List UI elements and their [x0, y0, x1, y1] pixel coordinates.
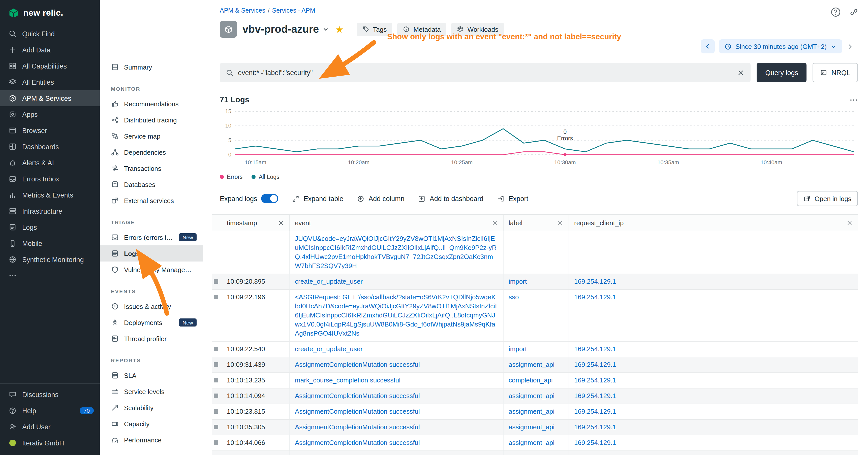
more-options-icon[interactable]: [849, 96, 858, 104]
legend-item-errors[interactable]: Errors: [220, 174, 243, 180]
entity-nav-item-deployments[interactable]: DeploymentsNew: [100, 315, 203, 330]
log-table-row[interactable]: 10:09:20.895create_or_update_userimport1…: [212, 274, 858, 290]
global-nav-footer-iterativ-gmbh[interactable]: Iterativ GmbH: [0, 435, 100, 451]
log-table-row[interactable]: 10:10:49.051mark_course_completion succe…: [212, 451, 858, 455]
entity-nav-item-transactions[interactable]: Transactions: [100, 160, 203, 176]
log-table-row[interactable]: 10:09:22.196<ASGIRequest: GET '/sso/call…: [212, 290, 858, 342]
entity-nav-item-thread-profiler[interactable]: Thread profiler: [100, 330, 203, 347]
add-to-dashboard-button[interactable]: Add to dashboard: [418, 195, 484, 202]
breadcrumb-apm-services[interactable]: APM & Services: [220, 7, 266, 14]
entity-nav-item-service-levels[interactable]: Service levels: [100, 384, 203, 399]
log-label-link[interactable]: completion_api: [508, 377, 553, 384]
permalink-icon[interactable]: [848, 6, 860, 18]
entity-nav-item-performance[interactable]: Performance: [100, 432, 203, 448]
log-table-row[interactable]: 10:10:23.815AssignmentCompletionMutation…: [212, 404, 858, 420]
request-client-ip-column-header[interactable]: request_client_ip: [568, 215, 858, 231]
log-event-link[interactable]: AssignmentCompletionMutation successful: [295, 361, 420, 368]
entity-nav-item-summary[interactable]: Summary: [100, 59, 203, 75]
global-nav-item-add-data[interactable]: Add Data: [0, 42, 100, 58]
expand-logs-switch[interactable]: [261, 194, 279, 203]
entity-nav-item-distributed-tracing[interactable]: Distributed tracing: [100, 112, 203, 128]
log-ip-link[interactable]: 169.254.129.1: [574, 439, 616, 447]
logs-search-input[interactable]: event:* -"label":"security": [220, 63, 750, 82]
expand-table-button[interactable]: Expand table: [292, 195, 343, 202]
global-nav-footer-add-user[interactable]: Add User: [0, 419, 100, 435]
open-in-logs-button[interactable]: Open in logs: [797, 191, 858, 206]
remove-label-column-icon[interactable]: [557, 220, 563, 226]
global-nav-item-quick-find[interactable]: Quick Find: [0, 26, 100, 42]
log-label-link[interactable]: assignment_api: [508, 408, 555, 415]
entity-nav-item-scalability[interactable]: Scalability: [100, 399, 203, 416]
event-column-header[interactable]: event: [289, 215, 503, 231]
entity-nav-item-databases[interactable]: Databases: [100, 176, 203, 193]
global-nav-item-apm-services[interactable]: APM & Services: [0, 90, 100, 106]
log-label-link[interactable]: assignment_api: [508, 423, 555, 431]
new-relic-logo[interactable]: new relic.: [0, 0, 100, 19]
entity-nav-item-logs[interactable]: Logs: [100, 246, 203, 261]
entity-nav-item-errors-errors-inb[interactable]: Errors (errors inb...New: [100, 229, 203, 246]
log-event-link[interactable]: AssignmentCompletionMutation successful: [295, 423, 420, 431]
global-nav-item-synthetic-monitoring[interactable]: Synthetic Monitoring: [0, 252, 100, 267]
log-ip-link[interactable]: 169.254.129.1: [574, 392, 616, 399]
global-nav-item-mobile[interactable]: Mobile: [0, 235, 100, 252]
time-forward-button[interactable]: [846, 42, 854, 50]
log-table-row[interactable]: 10:10:35.305AssignmentCompletionMutation…: [212, 420, 858, 435]
global-nav-item-infrastructure[interactable]: Infrastructure: [0, 203, 100, 219]
global-nav-item-dots[interactable]: [0, 267, 100, 284]
remove-timestamp-column-icon[interactable]: [278, 220, 284, 226]
timestamp-column-header[interactable]: timestamp: [222, 215, 289, 231]
log-ip-link[interactable]: 169.254.129.1: [574, 423, 616, 431]
log-event-link[interactable]: <ASGIRequest: GET '/sso/callback/?state=…: [295, 293, 497, 337]
log-event-link[interactable]: AssignmentCompletionMutation successful: [295, 392, 420, 399]
global-nav-item-metrics-events[interactable]: Metrics & Events: [0, 187, 100, 203]
log-table-row[interactable]: JUQVU&code=eyJraWQiOiJjcGItY29yZV8wOTl1M…: [212, 231, 858, 274]
remove-request-client-ip-column-icon[interactable]: [846, 220, 853, 226]
log-ip-link[interactable]: 169.254.129.1: [574, 377, 616, 384]
log-ip-link[interactable]: 169.254.129.1: [574, 361, 616, 368]
log-label-link[interactable]: import: [508, 278, 527, 285]
export-button[interactable]: Export: [497, 195, 528, 202]
entity-nav-item-capacity[interactable]: Capacity: [100, 416, 203, 432]
entity-switcher-chevron-down-icon[interactable]: [322, 26, 329, 33]
nrql-button[interactable]: NRQL: [813, 63, 858, 82]
add-column-button[interactable]: Add column: [357, 195, 404, 202]
global-nav-item-alerts-ai[interactable]: Alerts & AI: [0, 155, 100, 171]
log-label-link[interactable]: assignment_api: [508, 392, 555, 399]
log-label-link[interactable]: assignment_api: [508, 439, 555, 447]
query-logs-button[interactable]: Query logs: [756, 63, 807, 82]
log-table-row[interactable]: 10:09:31.439AssignmentCompletionMutation…: [212, 357, 858, 373]
global-nav-footer-help[interactable]: Help70: [0, 402, 100, 419]
log-label-link[interactable]: import: [508, 345, 527, 353]
remove-event-column-icon[interactable]: [492, 220, 498, 226]
global-nav-item-browser[interactable]: Browser: [0, 123, 100, 138]
log-table-row[interactable]: 10:10:44.066AssignmentCompletionMutation…: [212, 435, 858, 451]
log-table-row[interactable]: 10:09:22.540create_or_update_userimport1…: [212, 342, 858, 357]
time-range-selector[interactable]: Since 30 minutes ago (GMT+2): [719, 39, 842, 54]
entity-nav-item-issues-activity[interactable]: Issues & activity: [100, 298, 203, 315]
breadcrumb-services-apm[interactable]: Services - APM: [272, 7, 315, 14]
logs-timeseries-chart[interactable]: 05101510:15am10:20am10:25am10:30am10:35a…: [220, 106, 858, 168]
clear-query-icon[interactable]: [737, 69, 744, 76]
log-ip-link[interactable]: 169.254.129.1: [574, 408, 616, 415]
global-nav-item-apps[interactable]: Apps: [0, 106, 100, 123]
log-ip-link[interactable]: 169.254.129.1: [574, 278, 616, 285]
log-ip-link[interactable]: 169.254.129.1: [574, 293, 616, 301]
label-column-header[interactable]: label: [503, 215, 568, 231]
global-nav-item-logs[interactable]: Logs: [0, 219, 100, 235]
log-event-link[interactable]: JUQVU&code=eyJraWQiOiJjcGItY29yZV8wOTl1M…: [295, 235, 496, 269]
entity-nav-item-sla[interactable]: SLA: [100, 367, 203, 384]
log-event-link[interactable]: mark_course_completion successful: [295, 377, 401, 384]
log-table-row[interactable]: 10:10:14.094AssignmentCompletionMutation…: [212, 389, 858, 404]
entity-nav-item-service-map[interactable]: Service map: [100, 128, 203, 144]
help-circle-icon[interactable]: [830, 6, 842, 18]
log-event-link[interactable]: AssignmentCompletionMutation successful: [295, 439, 420, 447]
entity-nav-item-recommendations[interactable]: Recommendations: [100, 96, 203, 112]
time-back-button[interactable]: [701, 39, 715, 54]
entity-nav-item-vulnerability-management[interactable]: Vulnerability Management: [100, 261, 203, 278]
log-label-link[interactable]: assignment_api: [508, 361, 555, 368]
global-nav-item-errors-inbox[interactable]: Errors Inbox: [0, 171, 100, 187]
entity-nav-item-dependencies[interactable]: Dependencies: [100, 144, 203, 160]
favorite-star-icon[interactable]: ★: [335, 25, 343, 34]
global-nav-item-all-capabilities[interactable]: All Capabilities: [0, 58, 100, 74]
entity-nav-item-external-services[interactable]: External services: [100, 193, 203, 208]
